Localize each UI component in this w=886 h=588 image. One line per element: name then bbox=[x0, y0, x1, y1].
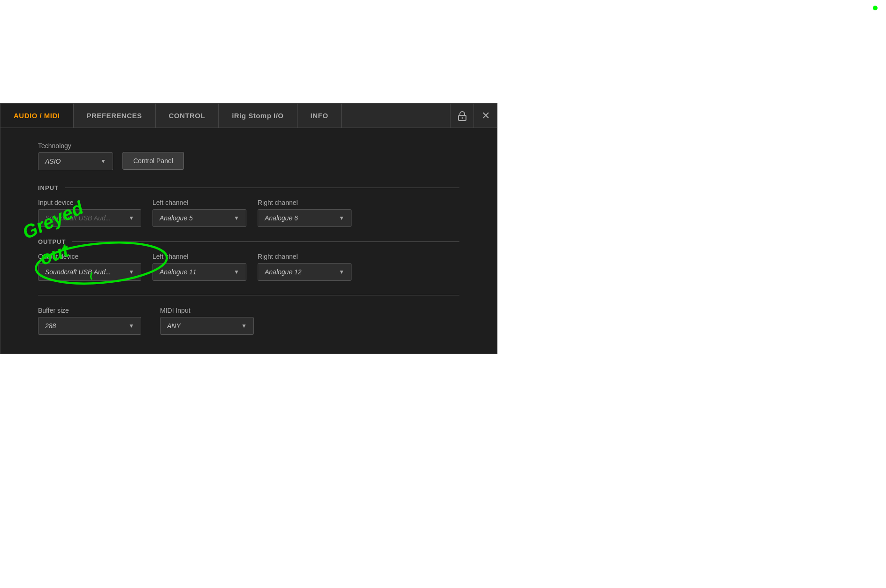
input-left-channel-chevron-icon: ▼ bbox=[234, 215, 239, 221]
technology-row: Technology ASIO ▼ Control Panel bbox=[38, 142, 459, 170]
tab-audio-midi[interactable]: AUDIO / MIDI bbox=[0, 104, 74, 128]
tab-control[interactable]: CONTROL bbox=[156, 104, 219, 128]
output-device-label: Output device bbox=[38, 253, 141, 260]
buffer-size-chevron-icon: ▼ bbox=[129, 323, 134, 329]
input-right-channel-label: Right channel bbox=[258, 199, 351, 206]
svg-point-1 bbox=[461, 117, 463, 119]
technology-select[interactable]: ASIO ▼ bbox=[38, 152, 113, 170]
output-section-label: OUTPUT bbox=[38, 238, 66, 245]
input-right-channel-chevron-icon: ▼ bbox=[339, 215, 344, 221]
output-right-channel-chevron-icon: ▼ bbox=[339, 269, 344, 275]
output-section-separator: OUTPUT bbox=[38, 238, 459, 245]
bottom-section: Buffer size 288 ▼ MIDI Input ANY ▼ bbox=[38, 295, 459, 335]
input-right-channel-field-group: Right channel Analogue 6 ▼ bbox=[258, 199, 351, 227]
input-left-channel-field-group: Left channel Analogue 5 ▼ bbox=[153, 199, 246, 227]
input-device-row: Input device Soundcraft USB Aud... ▼ Lef… bbox=[38, 199, 459, 227]
output-left-channel-field-group: Left channel Analogue 11 ▼ bbox=[153, 253, 246, 281]
output-right-channel-select[interactable]: Analogue 12 ▼ bbox=[258, 263, 351, 281]
output-left-channel-label: Left channel bbox=[153, 253, 246, 260]
output-device-field-group: Output device Soundcraft USB Aud... ▼ bbox=[38, 253, 141, 281]
output-right-channel-label: Right channel bbox=[258, 253, 351, 260]
midi-input-select[interactable]: ANY ▼ bbox=[160, 317, 254, 335]
close-button[interactable]: ✕ bbox=[474, 104, 497, 128]
technology-field-group: Technology ASIO ▼ bbox=[38, 142, 113, 170]
midi-input-field-group: MIDI Input ANY ▼ bbox=[160, 307, 254, 335]
input-left-channel-label: Left channel bbox=[153, 199, 246, 206]
main-content: Technology ASIO ▼ Control Panel INPUT In… bbox=[0, 128, 497, 354]
output-device-row: Output device Soundcraft USB Aud... ▼ Le… bbox=[38, 253, 459, 281]
control-panel-button[interactable]: Control Panel bbox=[122, 152, 184, 170]
tab-bar: AUDIO / MIDI PREFERENCES CONTROL iRig St… bbox=[0, 104, 497, 128]
technology-chevron-icon: ▼ bbox=[100, 158, 106, 165]
green-dot-indicator bbox=[873, 6, 878, 10]
input-section-label: INPUT bbox=[38, 184, 59, 191]
bottom-row: Buffer size 288 ▼ MIDI Input ANY ▼ bbox=[38, 307, 459, 335]
input-device-chevron-icon: ▼ bbox=[129, 215, 134, 221]
output-left-channel-chevron-icon: ▼ bbox=[234, 269, 239, 275]
output-sep-line bbox=[72, 241, 459, 242]
input-device-select[interactable]: Soundcraft USB Aud... ▼ bbox=[38, 209, 141, 227]
input-sep-line bbox=[65, 188, 459, 188]
tab-info[interactable]: INFO bbox=[298, 104, 342, 128]
input-right-channel-select[interactable]: Analogue 6 ▼ bbox=[258, 209, 351, 227]
buffer-size-select[interactable]: 288 ▼ bbox=[38, 317, 141, 335]
technology-label: Technology bbox=[38, 142, 113, 150]
output-left-channel-select[interactable]: Analogue 11 ▼ bbox=[153, 263, 246, 281]
input-section-separator: INPUT bbox=[38, 184, 459, 191]
buffer-size-label: Buffer size bbox=[38, 307, 141, 314]
buffer-size-field-group: Buffer size 288 ▼ bbox=[38, 307, 141, 335]
app-window: AUDIO / MIDI PREFERENCES CONTROL iRig St… bbox=[0, 103, 497, 354]
midi-input-chevron-icon: ▼ bbox=[241, 323, 247, 329]
input-left-channel-select[interactable]: Analogue 5 ▼ bbox=[153, 209, 246, 227]
tab-irig-stomp[interactable]: iRig Stomp I/O bbox=[219, 104, 297, 128]
lock-button[interactable] bbox=[450, 104, 474, 128]
input-device-field-group: Input device Soundcraft USB Aud... ▼ bbox=[38, 199, 141, 227]
bottom-separator bbox=[38, 295, 459, 295]
input-device-label: Input device bbox=[38, 199, 141, 206]
output-device-chevron-icon: ▼ bbox=[129, 269, 134, 275]
output-right-channel-field-group: Right channel Analogue 12 ▼ bbox=[258, 253, 351, 281]
midi-input-label: MIDI Input bbox=[160, 307, 254, 314]
output-device-select[interactable]: Soundcraft USB Aud... ▼ bbox=[38, 263, 141, 281]
tab-preferences[interactable]: PREFERENCES bbox=[74, 104, 156, 128]
